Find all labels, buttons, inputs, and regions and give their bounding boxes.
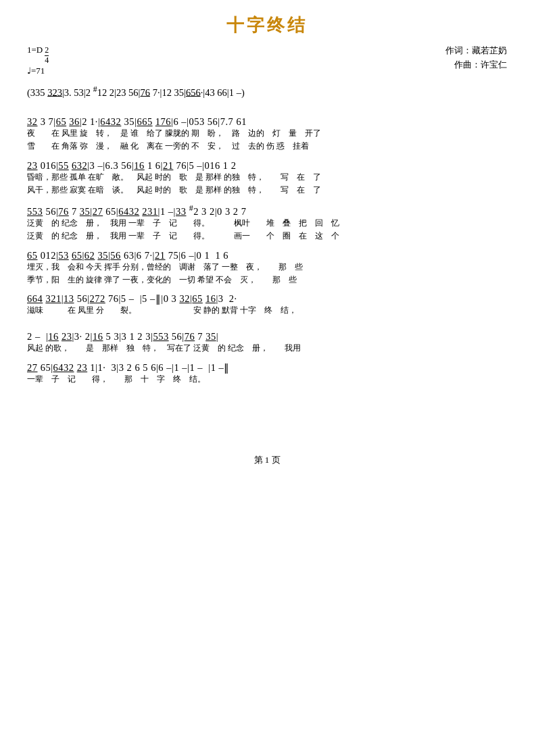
tempo-label: ♩=71: [27, 65, 49, 77]
line1-lyrics1: 夜 在 风里 旋 转， 是 谁 给了 朦胧的 期 盼， 路 边的 灯 量 开了: [27, 128, 507, 139]
line2-lyrics1: 昏暗，那些 孤单 在旷 敞。 风起 时的 歌 是 那样 的独 特， 写 在 了: [27, 172, 507, 183]
line4-notation: 65 012|53 65|62 35|56 63|6 7·|21 75|6 –|…: [27, 250, 507, 261]
line4-section: 65 012|53 65|62 35|56 63|6 7·|21 75|6 –|…: [27, 250, 507, 286]
page-number: 第 1 页: [27, 454, 507, 466]
lyricist: 作词：藏若芷奶: [445, 44, 507, 58]
header-info: 1=D 2 4 ♩=71 作词：藏若芷奶 作曲：许宝仁: [27, 44, 507, 78]
line5-notation: 664 321|13 56|272 76|5 – |5 –‖|0 3 32|65…: [27, 293, 507, 305]
tonic-label: 1=D: [27, 44, 43, 56]
time-signature: 2 4: [45, 46, 49, 65]
line4-lyrics2: 季节，阳 生的 旋律 弹了 一夜，变化的 一切 希望 不会 灭， 那 些: [27, 274, 507, 286]
page-title: 十字终结: [27, 14, 507, 37]
line1-section: 32 3 7|65 36|2 1·|6432 35|665 176|6 –|05…: [27, 116, 507, 152]
line6-notation: 2 – |16 23|3· 2|16 5 3|3 1 2 3|553 56|76…: [27, 331, 507, 343]
line7-lyrics1: 一辈 子 记 得， 那 十 字 终 结。: [27, 374, 507, 385]
line2-notation: 23 016|55 632|3 –|6.3 56|16 1 6|21 76|5 …: [27, 160, 507, 172]
composer: 作曲：许宝仁: [445, 58, 507, 72]
line3-notation: 553 56|76 7 35|27 65|6432 231|1 –|33 #2 …: [27, 203, 507, 218]
line7-section: 27 65|6432 23 1|1· 3|3 2 6 5 6|6 –|1 –|1…: [27, 362, 507, 385]
intro-notation: (335 323|3. 53|2 #12 2|23 56|76 7·|12 35…: [27, 83, 507, 101]
line3-lyrics2: 泛黄 的 纪念 册， 我用 一辈 子 记 得。 画一 个 圈 在 这 个: [27, 230, 507, 242]
line3-section: 553 56|76 7 35|27 65|6432 231|1 –|33 #2 …: [27, 203, 507, 241]
line6-section: 2 – |16 23|3· 2|16 5 3|3 1 2 3|553 56|76…: [27, 331, 507, 354]
key-info: 1=D 2 4 ♩=71: [27, 44, 49, 78]
line2-section: 23 016|55 632|3 –|6.3 56|16 1 6|21 76|5 …: [27, 160, 507, 196]
line2-lyrics2: 风干，那些 寂寞 在暗 谈。 风起 时的 歌 是 那样 的独 特， 写 在 了: [27, 184, 507, 196]
line3-lyrics1: 泛黄 的 纪念 册， 我用 一辈 子 记 得。 枫叶 堆 叠 把 回 忆: [27, 218, 507, 229]
line1-notation: 32 3 7|65 36|2 1·|6432 35|665 176|6 –|05…: [27, 116, 507, 128]
author-info: 作词：藏若芷奶 作曲：许宝仁: [445, 44, 507, 72]
line4-lyrics1: 埋灭，我 会和 今天 挥手 分别，曾经的 调谢 落了 一整 夜， 那 些: [27, 261, 507, 273]
line6-lyrics1: 风起 的歌， 是 那样 独 特， 写在了 泛黄 的 纪念 册， 我用: [27, 343, 507, 354]
line7-notation: 27 65|6432 23 1|1· 3|3 2 6 5 6|6 –|1 –|1…: [27, 362, 507, 374]
line5-lyrics1: 滋味 在 凤里 分 裂。 安 静的 默背 十字 终 结，: [27, 305, 507, 316]
intro-section: (335 323|3. 53|2 #12 2|23 56|76 7·|12 35…: [27, 83, 507, 101]
line5-section: 664 321|13 56|272 76|5 – |5 –‖|0 3 32|65…: [27, 293, 507, 327]
line1-lyrics2: 雪 在 角落 弥 漫， 融 化 离在 一旁的 不 安， 过 去的 伤 惑 挂着: [27, 141, 507, 152]
